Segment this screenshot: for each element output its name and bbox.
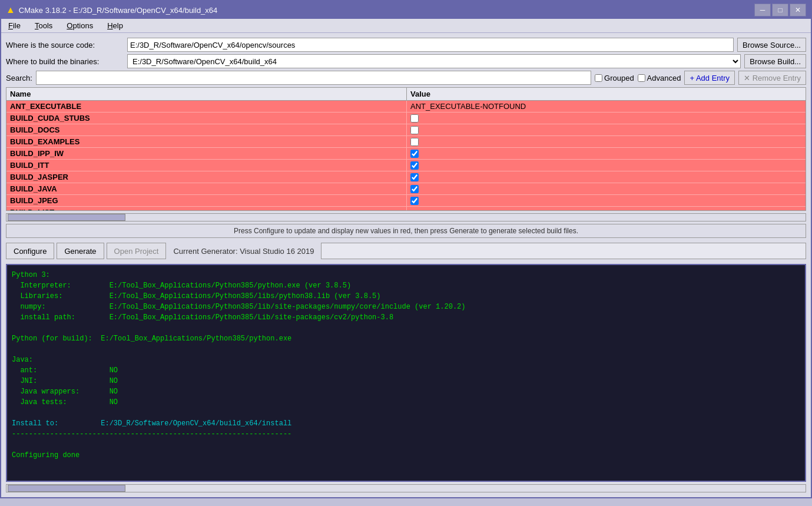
menu-tools[interactable]: Tools (30, 20, 57, 31)
cell-value (407, 136, 806, 147)
value-column-header: Value (407, 88, 806, 100)
source-label: Where is the source code: (6, 41, 124, 49)
table-row[interactable]: BUILD_JASPER (6, 171, 806, 183)
log-scrollbar-x-thumb[interactable] (8, 485, 125, 492)
log-line: Libraries: E:/Tool_Box_Applications/Pyth… (12, 291, 800, 302)
log-line: JNI: NO (12, 376, 800, 386)
cell-name: BUILD_JPEG (6, 195, 407, 206)
log-line: Configuring done (12, 450, 800, 461)
log-line: Python (for build): E:/Tool_Box_Applicat… (12, 333, 800, 344)
cell-checkbox[interactable] (410, 150, 419, 158)
cell-checkbox[interactable] (410, 114, 419, 123)
remove-entry-button[interactable]: ✕ Remove Entry (738, 71, 806, 85)
source-row: Where is the source code: Browse Source.… (6, 38, 806, 52)
advanced-checkbox[interactable] (638, 74, 645, 82)
menu-help[interactable]: Help (102, 20, 128, 31)
entries-table: Name Value ANT_EXECUTABLEANT_EXECUTABLE-… (6, 87, 806, 211)
cell-value (407, 183, 806, 194)
advanced-label[interactable]: Advanced (638, 74, 681, 82)
cell-name: BUILD_JASPER (6, 171, 407, 183)
log-line: install path: E:/Tool_Box_Applications/P… (12, 312, 800, 323)
cell-checkbox[interactable] (410, 138, 419, 146)
cell-value (407, 160, 806, 171)
minimize-button[interactable]: ─ (754, 4, 771, 16)
log-line: numpy: E:/Tool_Box_Applications/Python38… (12, 302, 800, 312)
build-row: Where to build the binaries: E:/3D_R/Sof… (6, 54, 806, 68)
grouped-checkbox[interactable] (595, 74, 602, 82)
maximize-button[interactable]: □ (772, 4, 788, 16)
menu-file[interactable]: File (4, 20, 25, 31)
search-row: Search: Grouped Advanced + Add Entry ✕ R… (6, 71, 806, 85)
log-line (12, 323, 800, 333)
build-path-select[interactable]: E:/3D_R/Software/OpenCV_x64/build_x64 (127, 54, 741, 68)
log-line: Java tests: NO (12, 397, 800, 408)
cell-value (407, 171, 806, 183)
app-icon: ▲ (6, 5, 15, 15)
cell-checkbox[interactable] (410, 161, 419, 170)
browse-build-button[interactable]: Browse Build... (744, 54, 806, 68)
table-row[interactable]: BUILD_LIST (6, 207, 806, 210)
cell-name: BUILD_JAVA (6, 183, 407, 194)
cell-name: BUILD_IPP_IW (6, 148, 407, 159)
cell-value: ANT_EXECUTABLE-NOTFOUND (407, 101, 806, 112)
grouped-label[interactable]: Grouped (595, 74, 634, 82)
menu-bar: File Tools Options Help (1, 19, 811, 33)
cell-name: BUILD_LIST (6, 207, 407, 210)
status-message: Press Configure to update and display ne… (6, 224, 806, 238)
table-row[interactable]: BUILD_ITT (6, 160, 806, 171)
cell-name: BUILD_EXAMPLES (6, 136, 407, 147)
cell-name: BUILD_CUDA_STUBS (6, 113, 407, 124)
table-row[interactable]: BUILD_IPP_IW (6, 148, 806, 160)
cell-checkbox[interactable] (410, 197, 419, 205)
log-line: Interpreter: E:/Tool_Box_Applications/Py… (12, 280, 800, 291)
scrollbar-x-thumb[interactable] (8, 214, 125, 221)
table-row[interactable]: BUILD_DOCS (6, 124, 806, 136)
log-line: ant: NO (12, 365, 800, 376)
button-row: Configure Generate Open Project Current … (6, 240, 806, 262)
table-row[interactable]: BUILD_JAVA (6, 183, 806, 195)
table-row[interactable]: BUILD_JPEG (6, 195, 806, 207)
cell-value (407, 148, 806, 159)
cell-checkbox[interactable] (410, 185, 419, 193)
close-button[interactable]: ✕ (790, 4, 806, 16)
main-content: Where is the source code: Browse Source.… (1, 33, 811, 497)
current-generator: Current Generator: Visual Studio 16 2019 (168, 247, 319, 256)
title-bar-controls: ─ □ ✕ (754, 4, 806, 16)
menu-options[interactable]: Options (62, 20, 98, 31)
generate-button[interactable]: Generate (57, 243, 104, 259)
log-scrollbar-x[interactable] (6, 484, 806, 492)
cell-checkbox[interactable] (410, 173, 419, 181)
table-body[interactable]: ANT_EXECUTABLEANT_EXECUTABLE-NOTFOUNDBUI… (6, 101, 806, 210)
title-bar: ▲ CMake 3.18.2 - E:/3D_R/Software/OpenCV… (1, 1, 811, 19)
table-row[interactable]: BUILD_CUDA_STUBS (6, 113, 806, 124)
log-line: Java wrappers: NO (12, 386, 800, 397)
log-output: Python 3: Interpreter: E:/Tool_Box_Appli… (6, 264, 806, 482)
add-entry-label: + Add Entry (690, 74, 730, 82)
open-project-button[interactable]: Open Project (107, 243, 167, 259)
cell-name: BUILD_DOCS (6, 124, 407, 135)
app-window: ▲ CMake 3.18.2 - E:/3D_R/Software/OpenCV… (0, 0, 812, 498)
table-row[interactable]: ANT_EXECUTABLEANT_EXECUTABLE-NOTFOUND (6, 101, 806, 113)
cell-name: ANT_EXECUTABLE (6, 101, 407, 112)
log-line: ----------------------------------------… (12, 429, 800, 439)
cell-value (407, 113, 806, 124)
table-row[interactable]: BUILD_EXAMPLES (6, 136, 806, 148)
log-line (12, 439, 800, 450)
log-line: Java: (12, 355, 800, 365)
browse-source-button[interactable]: Browse Source... (737, 38, 806, 52)
title-bar-left: ▲ CMake 3.18.2 - E:/3D_R/Software/OpenCV… (6, 5, 217, 15)
configure-button[interactable]: Configure (6, 243, 54, 259)
add-entry-button[interactable]: + Add Entry (684, 71, 735, 85)
table-scrollbar-x[interactable] (6, 213, 806, 221)
log-line (12, 408, 800, 418)
log-line: Install to: E:/3D_R/Software/OpenCV_x64/… (12, 418, 800, 429)
cell-name: BUILD_ITT (6, 160, 407, 171)
window-title: CMake 3.18.2 - E:/3D_R/Software/OpenCV_x… (19, 6, 217, 15)
source-input[interactable] (127, 38, 734, 52)
generator-input[interactable] (321, 243, 806, 259)
cell-value (407, 124, 806, 135)
cell-value (407, 195, 806, 206)
cell-checkbox[interactable] (410, 126, 419, 134)
search-input[interactable] (36, 71, 591, 85)
search-label: Search: (6, 74, 32, 82)
